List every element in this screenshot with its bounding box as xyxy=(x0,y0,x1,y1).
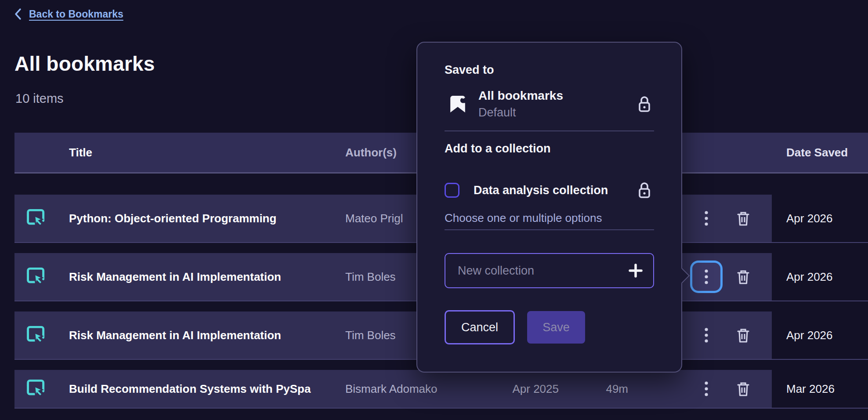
kebab-menu-icon xyxy=(705,269,708,284)
kebab-menu-icon xyxy=(705,328,708,343)
row-delete-button[interactable] xyxy=(734,325,753,346)
table-row: Build Recommendation Systems with PySpa … xyxy=(14,370,868,409)
row-date-saved: Apr 2026 xyxy=(772,311,868,359)
back-link-label: Back to Bookmarks xyxy=(29,8,123,20)
save-button[interactable]: Save xyxy=(527,311,585,344)
page-title: All bookmarks xyxy=(14,52,155,76)
row-delete-button[interactable] xyxy=(734,208,753,229)
saved-to-popover: Saved to All bookmarks Default Add to a … xyxy=(416,42,682,373)
trash-icon xyxy=(736,269,751,285)
bookmark-ribbon-icon xyxy=(449,95,467,113)
add-to-collection-heading: Add to a collection xyxy=(445,141,654,156)
collection-option-row: Data analysis collection xyxy=(445,180,654,200)
interactive-course-icon[interactable] xyxy=(25,208,45,228)
chevron-left-icon xyxy=(13,7,23,21)
kebab-menu-icon xyxy=(705,211,708,226)
cancel-button[interactable]: Cancel xyxy=(445,310,515,344)
row-date-saved: Apr 2026 xyxy=(772,253,868,301)
item-count: 10 items xyxy=(15,91,64,106)
plus-icon xyxy=(629,264,643,278)
lock-icon xyxy=(637,181,651,199)
new-collection-placeholder: New collection xyxy=(458,264,629,278)
interactive-course-icon[interactable] xyxy=(25,325,45,345)
row-length: 49m xyxy=(562,370,628,408)
row-kebab-menu-button[interactable] xyxy=(692,263,720,291)
row-title[interactable]: Python: Object-oriented Programming xyxy=(69,195,345,242)
collection-helper-text: Choose one or multiple options xyxy=(445,211,654,225)
default-collection-name: All bookmarks xyxy=(478,88,563,103)
new-collection-input[interactable]: New collection xyxy=(445,253,654,288)
row-kebab-menu-button[interactable] xyxy=(692,375,720,403)
row-kebab-menu-button[interactable] xyxy=(692,321,720,349)
row-title[interactable]: Build Recommendation Systems with PySpa xyxy=(69,370,345,408)
header-title: Title xyxy=(69,146,345,159)
row-date: Apr 2025 xyxy=(481,370,562,408)
saved-to-heading: Saved to xyxy=(445,63,654,77)
default-collection-item: All bookmarks Default xyxy=(445,85,654,123)
collection-name: Data analysis collection xyxy=(474,184,608,197)
collection-checkbox[interactable] xyxy=(445,183,459,198)
row-author: Bismark Adomako xyxy=(345,370,481,408)
row-title[interactable]: Risk Management in AI Implementation xyxy=(69,311,345,359)
row-date-saved: Apr 2026 xyxy=(772,195,868,242)
header-date-saved: Date Saved xyxy=(772,146,868,159)
interactive-course-icon[interactable] xyxy=(25,267,45,287)
trash-icon xyxy=(736,210,751,226)
trash-icon xyxy=(736,381,751,397)
row-delete-button[interactable] xyxy=(734,378,753,399)
row-title[interactable]: Risk Management in AI Implementation xyxy=(69,253,345,301)
back-to-bookmarks-link[interactable]: Back to Bookmarks xyxy=(13,7,123,21)
row-kebab-menu-button[interactable] xyxy=(692,204,720,232)
add-collection-button[interactable] xyxy=(629,264,643,278)
row-delete-button[interactable] xyxy=(734,266,753,287)
lock-icon xyxy=(637,95,651,113)
row-date-saved: Mar 2026 xyxy=(772,370,868,408)
popover-divider xyxy=(445,229,654,230)
kebab-menu-icon xyxy=(705,381,708,396)
popover-divider xyxy=(445,130,654,131)
trash-icon xyxy=(736,327,751,343)
interactive-course-icon[interactable] xyxy=(25,379,45,399)
default-collection-subtitle: Default xyxy=(478,105,563,120)
